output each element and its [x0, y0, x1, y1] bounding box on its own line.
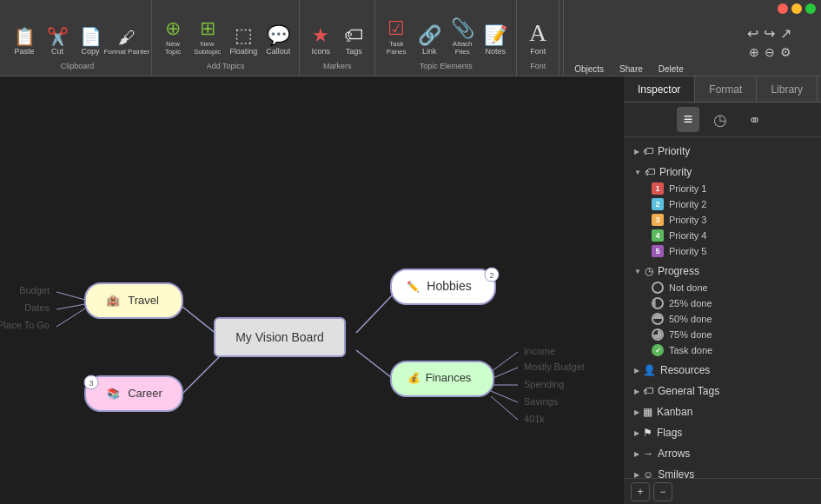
finances-mostlybudget-label[interactable]: Mostly Budget	[524, 361, 585, 372]
minimize-button[interactable]	[791, 3, 802, 14]
priority-1-item[interactable]: 1 Priority 1	[631, 181, 814, 196]
notes-button[interactable]: 📝 Notes	[480, 23, 511, 58]
link-icon: 🔗	[418, 26, 441, 45]
travel-dates-label[interactable]: Dates	[24, 302, 50, 313]
cut-icon: ✂️	[47, 28, 69, 45]
progress-section-icon: ◷	[645, 265, 653, 277]
objects-btn[interactable]: Objects	[567, 63, 611, 76]
tab-inspector[interactable]: Inspector	[624, 76, 695, 102]
tab-format[interactable]: Format	[695, 76, 757, 102]
paste-label: Paste	[14, 47, 34, 56]
priority-2-label: Priority 2	[669, 199, 706, 209]
cut-button[interactable]: ✂️ Cut	[42, 25, 73, 58]
priority-3-badge: 3	[652, 214, 664, 226]
smileys-header[interactable]: ▶ ☺ Smileys	[631, 466, 814, 478]
finances-401k-label[interactable]: 401k	[524, 414, 545, 424]
task-panes-button[interactable]: ☑ TaskPanes	[381, 17, 412, 58]
format-painter-button[interactable]: 🖌 Format Painter	[108, 26, 146, 58]
add-topics-label: Add Topics	[207, 62, 245, 72]
finances-spending-label[interactable]: Spending	[524, 379, 565, 389]
task-done-label: Task done	[669, 345, 712, 355]
priority-3-item[interactable]: 3 Priority 3	[631, 212, 814, 228]
insp-tab-link[interactable]: ⚭	[741, 107, 768, 133]
section-progress: ▼ ◷ Progress Not done 25% done 50% done	[624, 261, 821, 360]
zoom-out-icon[interactable]: ⊖	[765, 45, 775, 59]
settings-icon[interactable]: ⚙	[780, 45, 791, 59]
priority-header-collapsed[interactable]: ▶ 🏷 Priority	[631, 143, 814, 160]
tab-library[interactable]: Library	[757, 76, 818, 102]
format-painter-label: Format Painter	[104, 48, 150, 56]
progress-header[interactable]: ▼ ◷ Progress	[631, 262, 814, 280]
progress-section-title: Progress	[658, 265, 699, 277]
toolbar-group-add-topics: ⊕ NewTopic ⊞ NewSubtopic ⬚ Floating 💬 Ca…	[152, 0, 300, 76]
general-tags-header[interactable]: ▶ 🏷 General Tags	[631, 382, 814, 400]
redo-icon[interactable]: ↪	[764, 25, 775, 42]
font-label: Font	[530, 47, 546, 56]
finances-income-label[interactable]: Income	[524, 346, 555, 356]
flags-section-icon: ⚑	[643, 427, 652, 439]
icons-icon: ★	[312, 26, 329, 45]
priority-2-item[interactable]: 2 Priority 2	[631, 196, 814, 212]
markers-label: Markers	[323, 62, 352, 72]
priority-header[interactable]: ▼ 🏷 Priority	[631, 163, 814, 181]
font-button[interactable]: A Font	[522, 18, 553, 58]
floating-button[interactable]: ⬚ Floating	[226, 23, 261, 58]
tags-button[interactable]: 🏷 Tags	[338, 23, 369, 58]
delete-btn[interactable]: Delete	[652, 63, 691, 76]
progress-task-done[interactable]: ✓ Task done	[631, 342, 814, 358]
inspector-bottom-bar: + −	[624, 478, 821, 504]
kanban-arrow: ▶	[634, 408, 639, 416]
share-btn[interactable]: Share	[612, 63, 650, 76]
toolbar: 📋 Paste ✂️ Cut 📄 Copy 🖌 Format Painter C…	[0, 0, 821, 76]
remove-marker-button[interactable]: −	[653, 482, 672, 501]
link-button[interactable]: 🔗 Link	[414, 23, 445, 58]
mindmap-area: My Vision Board 🏨 Travel Budget Dates Pl…	[0, 76, 624, 504]
priority-5-badge: 5	[652, 245, 664, 257]
travel-budget-label[interactable]: Budget	[19, 285, 50, 295]
copy-button[interactable]: 📄 Copy	[75, 25, 106, 58]
section-arrows: ▶ → Arrows	[624, 443, 821, 464]
zoom-icon[interactable]: ⊕	[749, 45, 759, 59]
resources-header[interactable]: ▶ 👤 Resources	[631, 361, 814, 379]
priority-section-icon: 🏷	[645, 166, 655, 178]
add-marker-button[interactable]: +	[631, 482, 650, 501]
progress-not-done[interactable]: Not done	[631, 280, 814, 295]
task-done-icon: ✓	[652, 344, 664, 356]
priority-icon-collapsed: 🏷	[643, 145, 653, 157]
callout-button[interactable]: 💬 Callout	[262, 23, 294, 58]
general-tags-section-title: General Tags	[658, 385, 719, 397]
insp-tab-list[interactable]: ≡	[677, 107, 700, 132]
kanban-header[interactable]: ▶ ▦ Kanban	[631, 403, 814, 421]
arrows-section-title: Arrows	[658, 448, 690, 460]
priority-4-label: Priority 4	[669, 230, 706, 241]
priority-arrow: ▼	[634, 169, 641, 176]
progress-25[interactable]: 25% done	[631, 295, 814, 311]
progress-75[interactable]: 75% done	[631, 327, 814, 342]
new-subtopic-button[interactable]: ⊞ NewSubtopic	[190, 17, 224, 58]
flags-header[interactable]: ▶ ⚑ Flags	[631, 424, 814, 441]
insp-tab-clock[interactable]: ◷	[706, 107, 734, 133]
priority-4-item[interactable]: 4 Priority 4	[631, 228, 814, 243]
hobbies-badge-text: 2	[489, 271, 493, 280]
undo-icon[interactable]: ↩	[747, 25, 758, 42]
new-topic-button[interactable]: ⊕ NewTopic	[157, 17, 189, 58]
attach-files-button[interactable]: 📎 AttachFiles	[447, 17, 478, 58]
flags-arrow: ▶	[634, 429, 639, 437]
paste-button[interactable]: 📋 Paste	[9, 25, 40, 58]
travel-placetogo-label[interactable]: Place To Go	[0, 320, 50, 330]
priority-title-collapsed: Priority	[658, 145, 690, 157]
tags-icon: 🏷	[344, 26, 363, 45]
icons-button[interactable]: ★ Icons	[305, 23, 336, 58]
priority-5-item[interactable]: 5 Priority 5	[631, 243, 814, 259]
maximize-button[interactable]	[805, 3, 816, 14]
progress-50[interactable]: 50% done	[631, 311, 814, 327]
arrows-header[interactable]: ▶ → Arrows	[631, 445, 814, 462]
section-priority-collapsed: ▶ 🏷 Priority	[624, 141, 821, 162]
share-icon[interactable]: ↗	[780, 25, 791, 42]
section-kanban: ▶ ▦ Kanban	[624, 401, 821, 422]
resources-section-icon: 👤	[643, 364, 656, 376]
close-button[interactable]	[778, 3, 788, 14]
section-priority: ▼ 🏷 Priority 1 Priority 1 2 Priority 2 3…	[624, 162, 821, 261]
finances-icon-text: 💰	[407, 371, 420, 384]
finances-savings-label[interactable]: Savings	[524, 396, 559, 407]
